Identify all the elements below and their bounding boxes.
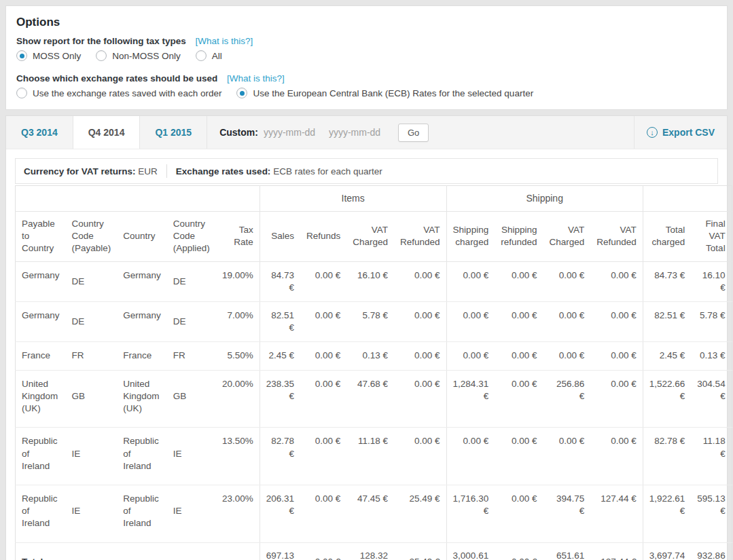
radio-use-the-european-central-bank-ecb-rates-for-the-selected-quarter[interactable]: Use the European Central Bank (ECB) Rate… [236, 88, 533, 98]
table-cell: France [117, 342, 167, 370]
table-cell: 0.00 € [300, 342, 346, 370]
table-cell: 0.13 € [691, 342, 732, 370]
exchange-rates-label: Choose which exchange rates should be us… [16, 73, 217, 83]
tab-q4-2014[interactable]: Q4 2014 [73, 116, 141, 149]
column-header-shipping-charged-9: Shipping charged [446, 211, 495, 261]
tab-q3-2014[interactable]: Q3 2014 [6, 116, 73, 149]
report-meta-bar: Currency for VAT returns: EUR Exchange r… [15, 158, 718, 184]
totals-cell: 3,697.74 € [643, 542, 691, 560]
table-cell: 5.50% [216, 342, 260, 370]
table-cell: 206.31 € [260, 485, 300, 542]
column-header-shipping-refunded-10: Shipping refunded [495, 211, 543, 261]
table-row: FranceFRFranceFR5.50%2.45 €0.00 €0.13 €0… [16, 342, 732, 370]
table-cell: 25.49 € [394, 485, 446, 542]
group-header-spacer [643, 186, 732, 212]
table-cell: Republic of Ireland [16, 428, 66, 485]
table-cell: 1,922.61 € [643, 485, 691, 542]
totals-cell: 3,000.61 € [446, 542, 495, 560]
table-cell: DE [66, 301, 118, 341]
column-header-row: Payable to CountryCountry Code (Payable)… [16, 211, 732, 261]
totals-cell: 0.00 € [495, 542, 543, 560]
totals-cell: 651.61 € [543, 542, 590, 560]
totals-label-cell: Totals [16, 542, 260, 560]
table-cell: 0.00 € [543, 301, 590, 341]
table-cell: 0.00 € [300, 261, 346, 301]
table-cell: DE [66, 261, 118, 301]
report-body: Currency for VAT returns: EUR Exchange r… [6, 149, 727, 560]
totals-cell: 128.32 € [346, 542, 394, 560]
table-cell: 5.78 € [346, 301, 394, 341]
group-header-spacer [16, 186, 260, 212]
table-cell: Germany [16, 261, 66, 301]
table-cell: 0.00 € [495, 261, 543, 301]
exchange-rates-help-link[interactable]: [What is this?] [227, 73, 285, 83]
table-cell: 1,716.30 € [446, 485, 495, 542]
radio-circle-icon [236, 88, 247, 98]
table-cell: 2.45 € [643, 342, 691, 370]
download-circle-icon: ↓ [647, 127, 658, 138]
table-cell: 13.50% [216, 428, 260, 485]
report-panel: Q3 2014Q4 2014Q1 2015 Custom: Go ↓ Expor… [5, 115, 728, 560]
column-header-tax-rate-4: Tax Rate [216, 211, 260, 261]
table-cell: Republic of Ireland [117, 485, 167, 542]
radio-dot [99, 54, 104, 58]
table-cell: 11.18 € [691, 428, 732, 485]
radio-label: Use the exchange rates saved with each o… [33, 88, 221, 98]
table-cell: DE [167, 261, 216, 301]
custom-date-to-input[interactable] [329, 127, 394, 138]
export-csv-link[interactable]: ↓ Export CSV [647, 127, 715, 138]
column-header-final-vat-total-14: Final VAT Total [691, 211, 732, 261]
radio-label: Use the European Central Bank (ECB) Rate… [253, 88, 533, 98]
table-cell: 0.00 € [590, 428, 643, 485]
radio-all[interactable]: All [196, 50, 222, 61]
table-cell: 0.00 € [300, 301, 346, 341]
table-cell: United Kingdom (UK) [117, 370, 167, 428]
column-header-vat-refunded-12: VAT Refunded [590, 211, 643, 261]
table-cell: 84.73 € [643, 261, 691, 301]
radio-dot [20, 54, 24, 58]
radio-non-moss-only[interactable]: Non-MOSS Only [96, 50, 181, 61]
column-header-total-charged-13: Total charged [643, 211, 691, 261]
table-cell: 304.54 € [691, 370, 732, 428]
table-cell: 0.00 € [543, 342, 590, 370]
table-cell: 0.00 € [394, 301, 446, 341]
table-cell: 16.10 € [691, 261, 732, 301]
table-cell: 0.00 € [590, 261, 643, 301]
radio-circle-icon [16, 50, 27, 61]
table-cell: 0.00 € [495, 428, 543, 485]
table-cell: 16.10 € [346, 261, 394, 301]
go-button[interactable]: Go [398, 124, 429, 142]
table-row: GermanyDEGermanyDE7.00%82.51 €0.00 €5.78… [16, 301, 732, 341]
table-cell: IE [66, 485, 118, 542]
radio-circle-icon [96, 50, 107, 61]
currency-info: Currency for VAT returns: EUR [24, 166, 158, 176]
radio-circle-icon [16, 88, 27, 98]
table-cell: 0.00 € [394, 342, 446, 370]
table-cell: 47.45 € [346, 485, 394, 542]
totals-cell: 932.86 € [691, 542, 732, 560]
radio-use-the-exchange-rates-saved-with-each-order[interactable]: Use the exchange rates saved with each o… [16, 88, 221, 98]
radio-circle-icon [196, 50, 207, 61]
table-cell: 0.00 € [495, 370, 543, 428]
table-cell: Germany [16, 301, 66, 341]
radio-label: Non-MOSS Only [112, 51, 181, 61]
table-cell: 127.44 € [590, 485, 643, 542]
table-cell: 0.00 € [590, 342, 643, 370]
table-cell: 0.00 € [394, 428, 446, 485]
table-cell: 0.13 € [346, 342, 394, 370]
table-cell: 20.00% [216, 370, 260, 428]
table-cell: 1,522.66 € [643, 370, 691, 428]
totals-row: Totals697.13 €0.00 €128.32 €25.49 €3,000… [16, 542, 732, 560]
options-title: Options [16, 16, 717, 29]
group-header-items: Items [260, 186, 446, 212]
tab-q1-2015[interactable]: Q1 2015 [140, 116, 207, 149]
custom-date-from-input[interactable] [264, 127, 329, 138]
tax-types-label: Show report for the following tax types [16, 36, 186, 46]
radio-label: MOSS Only [33, 51, 81, 61]
table-cell: Republic of Ireland [117, 428, 167, 485]
tax-types-help-link[interactable]: [What is this?] [196, 36, 253, 46]
column-header-country-code-payable-1: Country Code (Payable) [66, 211, 118, 261]
table-cell: 0.00 € [394, 370, 446, 428]
vat-report-table: ItemsShippingPayable to CountryCountry C… [15, 185, 732, 560]
radio-moss-only[interactable]: MOSS Only [16, 50, 81, 61]
